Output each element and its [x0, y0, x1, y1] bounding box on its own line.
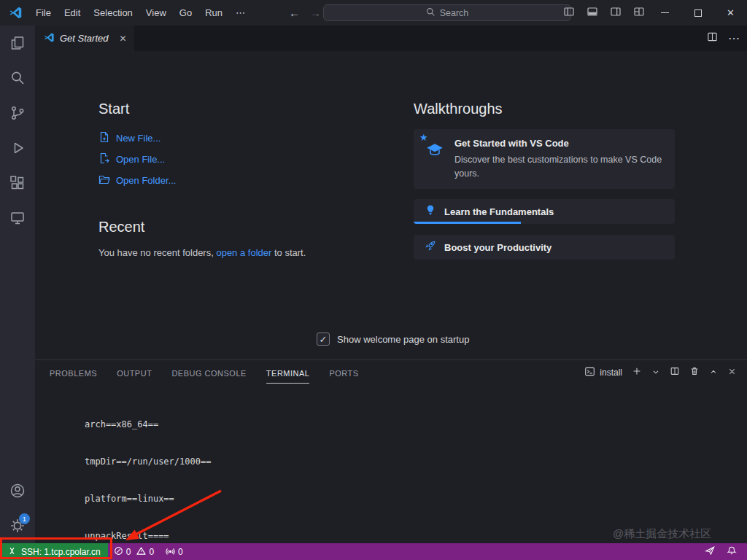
error-icon — [114, 546, 123, 558]
show-welcome-label[interactable]: Show welcome page on startup — [337, 334, 469, 345]
editor-actions: ⋯ — [707, 26, 740, 51]
menu-view[interactable]: View — [139, 0, 173, 26]
remote-label: SSH: 1.tcp.cpolar.cn — [21, 547, 101, 557]
status-bar: SSH: 1.tcp.cpolar.cn 0 0 0 — [0, 543, 747, 560]
minimize-button[interactable] — [649, 0, 681, 26]
walkthroughs-column: Walkthroughs ★ Get Started with VS Code … — [414, 101, 675, 271]
welcome-left-column: Start New File... Open File... Open Fold… — [98, 101, 347, 258]
recent-heading: Recent — [98, 219, 347, 236]
terminal-line: platform==linux== — [85, 493, 374, 505]
card-title: Boost your Productivity — [444, 242, 551, 253]
startup-checkbox-row: ✓ Show welcome page on startup — [317, 332, 469, 346]
run-debug-icon[interactable] — [0, 131, 35, 166]
panel-header: PROBLEMS OUTPUT DEBUG CONSOLE TERMINAL P… — [35, 360, 747, 385]
toggle-sidebar-icon[interactable] — [563, 6, 575, 20]
maximize-button[interactable] — [681, 0, 714, 26]
menu-selection[interactable]: Selection — [87, 0, 139, 26]
card-description: Discover the best customizations to make… — [454, 153, 673, 181]
card-learn-fundamentals[interactable]: Learn the Fundamentals — [414, 199, 675, 224]
vscode-window: File Edit Selection View Go Run ⋯ ← → Se… — [0, 0, 747, 560]
history-nav: ← → — [289, 0, 321, 26]
menu-more[interactable]: ⋯ — [229, 0, 252, 26]
maximize-panel-chevron-icon[interactable] — [709, 366, 718, 379]
rocket-icon — [424, 239, 437, 255]
panel-actions: install — [584, 360, 737, 385]
tab-close-icon[interactable]: ✕ — [119, 34, 126, 44]
menu-edit[interactable]: Edit — [58, 0, 87, 26]
search-placeholder: Search — [440, 8, 469, 18]
new-star-icon: ★ — [419, 132, 428, 143]
ports-status[interactable]: 0 — [160, 543, 189, 560]
settings-badge: 1 — [19, 513, 30, 524]
terminal-line: tmpDir==/run/user/1000== — [85, 456, 374, 468]
recent-section: Recent You have no recent folders, open … — [98, 219, 347, 258]
terminal-selector[interactable]: install — [584, 366, 622, 379]
remote-indicator[interactable]: SSH: 1.tcp.cpolar.cn — [0, 543, 108, 560]
tab-terminal[interactable]: TERMINAL — [266, 362, 310, 384]
open-folder-link[interactable]: Open Folder... — [98, 170, 347, 191]
terminal-icon — [584, 366, 595, 379]
tab-problems[interactable]: PROBLEMS — [50, 362, 97, 384]
recent-empty-text: You have no recent folders, open a folde… — [98, 247, 347, 258]
menu-bar: File Edit Selection View Go Run ⋯ — [29, 0, 252, 26]
broadcast-icon — [166, 546, 175, 558]
open-file-label: Open File... — [116, 154, 165, 165]
error-count: 0 — [126, 547, 131, 557]
terminal-output[interactable]: arch==x86_64== tmpDir==/run/user/1000== … — [85, 394, 374, 560]
settings-gear-icon[interactable]: 1 — [0, 508, 35, 543]
terminal-line: unpackResult==== — [85, 530, 374, 542]
menu-go[interactable]: Go — [173, 0, 198, 26]
customize-layout-icon[interactable] — [633, 6, 645, 20]
source-control-icon[interactable] — [0, 96, 35, 131]
remote-explorer-icon[interactable] — [0, 201, 35, 236]
card-text: Get Started with VS Code Discover the be… — [454, 138, 673, 182]
feedback-icon[interactable] — [705, 545, 715, 558]
extensions-icon[interactable] — [0, 166, 35, 201]
tab-get-started[interactable]: Get Started ✕ — [35, 26, 134, 51]
vscode-file-icon — [44, 32, 55, 45]
card-get-started-vscode[interactable]: ★ Get Started with VS Code Discover the … — [414, 129, 675, 189]
show-welcome-checkbox[interactable]: ✓ — [317, 332, 330, 346]
toggle-panel-icon[interactable] — [587, 6, 598, 20]
recent-text-before: You have no recent folders, — [98, 247, 214, 258]
watermark-text: @稀土掘金技术社区 — [613, 527, 711, 541]
menu-run[interactable]: Run — [198, 0, 229, 26]
bottom-panel: PROBLEMS OUTPUT DEBUG CONSOLE TERMINAL P… — [35, 359, 747, 543]
window-controls: ✕ — [649, 0, 747, 26]
tab-ports[interactable]: PORTS — [329, 362, 358, 384]
kill-terminal-trash-icon[interactable] — [689, 366, 700, 379]
open-file-link[interactable]: Open File... — [98, 149, 347, 170]
card-boost-productivity[interactable]: Boost your Productivity — [414, 235, 675, 260]
open-folder-label: Open Folder... — [116, 175, 176, 186]
close-panel-icon[interactable] — [727, 366, 737, 379]
vscode-logo-icon — [9, 6, 23, 20]
new-terminal-icon[interactable] — [632, 366, 642, 379]
new-file-link[interactable]: New File... — [98, 128, 347, 149]
forward-arrow-icon[interactable]: → — [310, 7, 321, 19]
menu-file[interactable]: File — [29, 0, 58, 26]
bell-icon[interactable] — [727, 545, 737, 558]
start-heading: Start — [98, 101, 347, 117]
split-terminal-icon[interactable] — [670, 366, 680, 379]
more-actions-icon[interactable]: ⋯ — [728, 31, 740, 45]
walkthroughs-heading: Walkthroughs — [414, 101, 675, 117]
search-view-icon[interactable] — [0, 61, 35, 96]
toggle-secondary-sidebar-icon[interactable] — [610, 6, 622, 20]
command-center-search[interactable]: Search — [323, 4, 571, 21]
remote-icon — [7, 546, 17, 558]
accounts-icon[interactable] — [0, 473, 35, 508]
problems-status[interactable]: 0 0 — [108, 543, 160, 560]
tab-label: Get Started — [60, 33, 108, 44]
recent-text-after: to start. — [274, 247, 306, 258]
split-editor-icon[interactable] — [707, 31, 718, 45]
tab-output[interactable]: OUTPUT — [117, 362, 152, 384]
walkthrough-progress-bar — [414, 222, 521, 224]
open-a-folder-link[interactable]: open a folder — [216, 247, 271, 258]
back-arrow-icon[interactable]: ← — [289, 7, 300, 19]
new-file-label: New File... — [116, 133, 160, 144]
explorer-icon[interactable] — [0, 26, 35, 61]
new-file-icon — [98, 131, 110, 145]
tab-debug-console[interactable]: DEBUG CONSOLE — [171, 362, 246, 384]
terminal-dropdown-chevron-icon[interactable] — [651, 366, 660, 379]
close-window-button[interactable]: ✕ — [714, 0, 747, 26]
